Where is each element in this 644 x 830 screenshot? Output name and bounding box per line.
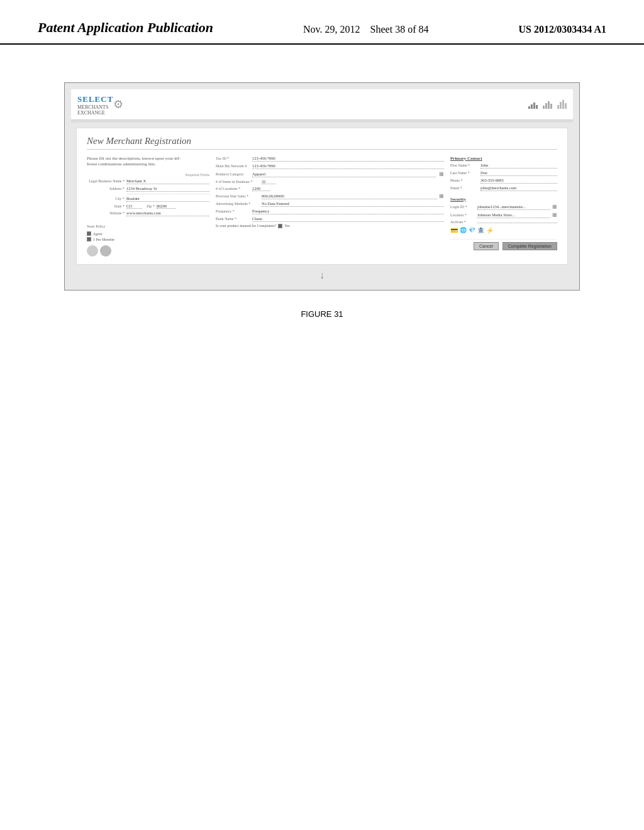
first-name-value[interactable]: John	[480, 163, 557, 169]
chart-icon-2	[543, 100, 552, 109]
product-category-field: Products Category Apparel ▦	[216, 171, 444, 177]
frequency-label: Frequency *	[216, 209, 250, 213]
num-items-field: # of Items in Database * 32	[216, 179, 444, 184]
primary-contact-title: Primary Contact	[450, 156, 557, 161]
icon-circle-1	[87, 245, 98, 257]
figure-label: FIGURE 31	[301, 309, 343, 319]
product-category-value[interactable]: Apparel	[252, 172, 436, 177]
chart-icon-3	[557, 100, 567, 109]
payment-icons-row: 💳 🌐 💎 🏦 ⚡	[450, 227, 557, 234]
main-biz-network-value[interactable]: 123-456-7890	[252, 163, 444, 169]
login-id-label: Login ID *	[450, 205, 475, 209]
per-member-checkbox-row: 1 Per Member	[87, 237, 209, 241]
payment-icon-5: ⚡	[486, 227, 494, 234]
tax-id-value[interactable]: 123-456-7890	[252, 156, 444, 162]
payment-icon-1: 💳	[450, 227, 458, 234]
bank-name-value[interactable]: Chase	[252, 216, 444, 222]
agree-checkbox-row: Agree	[87, 231, 209, 236]
location-label: Location *	[450, 213, 475, 217]
form-layout: Please fill out the descriptions, known …	[87, 156, 557, 257]
payment-icon-3: 💎	[469, 227, 475, 233]
per-member-checkbox[interactable]	[87, 237, 91, 241]
icon-circle-2	[100, 245, 111, 257]
email-value[interactable]: john@merchants.com	[480, 185, 557, 191]
main-biz-network-field: Main Biz Network # 123-456-7890	[216, 163, 444, 169]
page-content: SELECT MERCHANTS EXCHANGE ⚙	[0, 45, 644, 345]
advertising-methods-label: Advertising Methods *	[216, 202, 260, 206]
state-zip-field: State * CO Zip * 80299	[87, 204, 209, 209]
phone-field: Phone * 303-555-9885	[450, 178, 557, 184]
city-label: City *	[87, 197, 125, 201]
city-value[interactable]: Boulder	[126, 196, 209, 202]
product-insured-checkbox[interactable]	[278, 224, 282, 228]
arrow-icon: ↓	[319, 270, 325, 280]
form-right-column: Primary Contact First Name * John Last N…	[450, 156, 557, 257]
nav-separator	[71, 120, 573, 123]
num-items-value[interactable]: 32	[262, 179, 275, 184]
app-header: SELECT MERCHANTS EXCHANGE ⚙	[71, 89, 573, 120]
address-field: Address * 1234 Broadway St	[87, 186, 209, 192]
prev-year-sales-field: Previous Year Sales * 800,00,00000 ▦	[216, 193, 444, 199]
location-icon: ▦	[552, 212, 557, 218]
login-id-value[interactable]: johndoe1234...merchantsite...	[477, 204, 550, 210]
product-category-label: Products Category	[216, 172, 250, 176]
security-title: Security	[450, 197, 557, 202]
activate-value[interactable]	[477, 223, 557, 223]
bank-name-field: Bank Name * Chase	[216, 216, 444, 222]
agree-label: Agree	[93, 232, 103, 236]
header-date-sheet: Nov. 29, 2012 Sheet 38 of 84	[303, 19, 428, 35]
bottom-icons-left	[87, 245, 209, 257]
last-name-field: Last Name * Doe	[450, 170, 557, 176]
main-biz-network-label: Main Biz Network #	[216, 164, 250, 168]
cancel-button[interactable]: Cancel	[474, 242, 499, 250]
num-locations-label: # of Locations *	[216, 187, 250, 191]
zip-value[interactable]: 80299	[157, 204, 175, 209]
activate-label: Activate *	[450, 220, 475, 224]
bottom-arrow-indicator: ↓	[71, 270, 573, 281]
app-logo-sub: MERCHANTS	[77, 104, 113, 110]
advertising-methods-value[interactable]: No Data Entered	[262, 201, 444, 207]
last-name-value[interactable]: Doe	[480, 170, 557, 176]
page-header: Patent Application Publication Nov. 29, …	[0, 0, 644, 45]
agree-checkbox[interactable]	[87, 231, 91, 236]
product-category-icon[interactable]: ▦	[439, 171, 444, 177]
product-insured-check-label: Yes	[284, 224, 290, 228]
advertising-methods-field: Advertising Methods * No Data Entered	[216, 201, 444, 207]
tax-id-field: Tax ID * 123-456-7890	[216, 156, 444, 162]
prev-year-sales-value[interactable]: 800,00,00000	[262, 194, 437, 199]
complete-registration-button[interactable]: Complete Registration	[502, 242, 557, 250]
store-policy-label: Store Policy	[87, 224, 106, 228]
frequency-field: Frequency * Frequency	[216, 209, 444, 214]
form-area: New Merchant Registration Please fill ou…	[76, 128, 568, 265]
figure-container: SELECT MERCHANTS EXCHANGE ⚙	[64, 82, 580, 291]
activate-field: Activate *	[450, 220, 557, 224]
store-policy-area: Store Policy Agree 1 Per Member	[87, 219, 209, 241]
phone-value[interactable]: 303-555-9885	[480, 178, 557, 184]
form-left-column: Please fill out the descriptions, known …	[87, 156, 209, 257]
num-locations-value[interactable]: 1200	[252, 186, 270, 191]
app-mockup: SELECT MERCHANTS EXCHANGE ⚙	[65, 83, 579, 290]
website-value[interactable]: www.merchants.com	[126, 211, 209, 216]
form-buttons-area: Cancel Complete Registration	[450, 239, 557, 250]
legal-business-name-label: Legal Business Name *	[87, 179, 125, 183]
legal-business-name-value[interactable]: Merchant X	[126, 179, 209, 184]
state-value[interactable]: CO	[126, 204, 142, 209]
required-fields-note: Required Fields	[87, 173, 209, 177]
location-value[interactable]: Johnson Media Store...	[477, 213, 550, 218]
logo-icon: ⚙	[113, 97, 123, 111]
login-id-icon: ▦	[552, 204, 557, 209]
phone-label: Phone *	[450, 179, 479, 182]
email-field: Email * john@merchants.com	[450, 185, 557, 191]
per-member-label: 1 Per Member	[93, 238, 114, 241]
tax-id-label: Tax ID *	[216, 157, 250, 160]
num-items-label: # of Items in Database *	[216, 180, 260, 184]
legal-business-name-field: Legal Business Name * Merchant X	[87, 179, 209, 184]
payment-icon-2: 🌐	[460, 227, 467, 233]
payment-icon-4: 🏦	[477, 227, 484, 233]
form-title: New Merchant Registration	[87, 136, 557, 150]
frequency-value[interactable]: Frequency	[252, 209, 444, 214]
address-value[interactable]: 1234 Broadway St	[126, 186, 209, 192]
zip-label: Zip *	[147, 204, 155, 208]
prev-year-sales-icon: ▦	[439, 193, 444, 199]
website-field: Website * www.merchants.com	[87, 211, 209, 216]
